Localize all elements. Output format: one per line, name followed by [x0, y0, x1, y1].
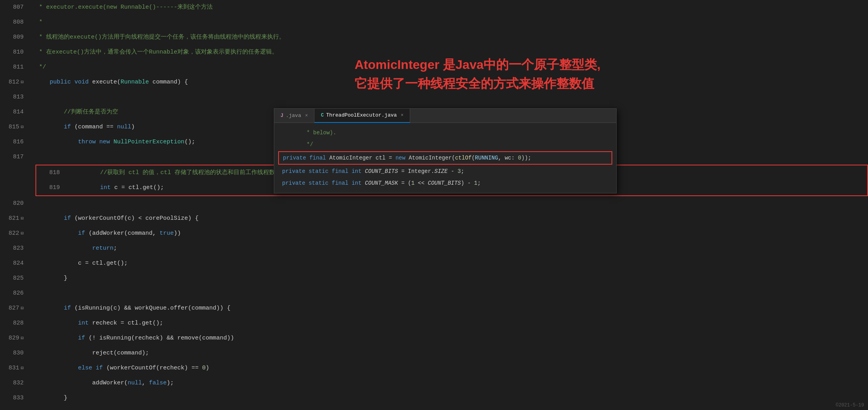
- line-number-810: 810: [0, 45, 32, 60]
- popup-line-count-mask: private static final int COUNT_MASK = (1…: [274, 177, 616, 189]
- line-content-832: addWorker(null, false);: [32, 376, 868, 391]
- line-number-807: 807: [0, 0, 32, 15]
- line-number-811: 811: [0, 60, 32, 75]
- editor-container: 807 * executor.execute(new Runnable()---…: [0, 0, 868, 410]
- code-line-809: 809 * 线程池的execute()方法用于向线程池提交一个任务，该任务将由线…: [0, 30, 868, 45]
- popup-tab-java-close[interactable]: ×: [305, 109, 308, 123]
- popup-tab-threadpool-label: ThreadPoolExecutor.java: [326, 108, 397, 122]
- popup-tabs: J .java × C ThreadPoolExecutor.java ×: [274, 109, 616, 123]
- line-number-821: 821: [0, 211, 32, 226]
- line-content-823: return;: [32, 241, 868, 256]
- line-number-828: 828: [0, 316, 32, 331]
- code-line-822: 822 if (addWorker(command, true)): [0, 226, 868, 241]
- line-content-821: if (workerCountOf(c) < corePoolSize) {: [32, 211, 868, 226]
- line-number-809: 809: [0, 30, 32, 45]
- line-content-829: if (! isRunning(recheck) && remove(comma…: [32, 331, 868, 346]
- line-content-831: else if (workerCountOf(recheck) == 0): [32, 361, 868, 376]
- popup-line-2: */: [274, 139, 616, 150]
- line-number-827: 827: [0, 301, 32, 316]
- line-content-824: c = ctl.get();: [32, 256, 868, 271]
- code-line-820: 820: [0, 196, 868, 211]
- line-number-816: 816: [0, 135, 32, 150]
- code-line-825: 825 }: [0, 271, 868, 286]
- line-number-813: 813: [0, 90, 32, 105]
- popup-line-1: * below).: [274, 127, 616, 139]
- line-number-825: 825: [0, 271, 32, 286]
- code-line-834: 834 else if (!addWorker(command, false)): [0, 406, 868, 410]
- line-content-825: }: [32, 271, 868, 286]
- popup-tab-threadpool[interactable]: C ThreadPoolExecutor.java ×: [314, 109, 410, 123]
- code-line-833: 833 }: [0, 391, 868, 406]
- code-line-821: 821 if (workerCountOf(c) < corePoolSize)…: [0, 211, 868, 226]
- popup-panel: J .java × C ThreadPoolExecutor.java × * …: [274, 108, 617, 193]
- line-number-832: 832: [0, 376, 32, 391]
- line-content-808: *: [32, 15, 868, 30]
- line-content-833: }: [32, 391, 868, 406]
- code-line-829: 829 if (! isRunning(recheck) && remove(c…: [0, 331, 868, 346]
- line-number-820: 820: [0, 196, 32, 211]
- popup-tab-java[interactable]: J .java ×: [274, 109, 314, 123]
- line-number-823: 823: [0, 241, 32, 256]
- line-number-834: 834: [0, 406, 32, 410]
- line-number-829: 829: [0, 331, 32, 346]
- code-line-830: 830 reject(command);: [0, 346, 868, 361]
- popup-boxed-line: private final AtomicInteger ctl = new At…: [278, 151, 612, 165]
- line-number-819: 819: [36, 180, 68, 195]
- line-number-808: 808: [0, 15, 32, 30]
- line-number-822: 822: [0, 226, 32, 241]
- code-line-824: 824 c = ctl.get();: [0, 256, 868, 271]
- threadpool-tab-icon: C: [321, 108, 323, 122]
- popup-line-count-bits: private static final int COUNT_BITS = In…: [274, 165, 616, 177]
- java-tab-icon: J: [281, 109, 283, 123]
- line-number-817: 817: [0, 150, 32, 165]
- line-number-818: 818: [36, 165, 68, 180]
- watermark: ©2021-5-19: [836, 403, 864, 408]
- line-number-833: 833: [0, 391, 32, 406]
- line-content-809: * 线程池的execute()方法用于向线程池提交一个任务，该任务将由线程池中的…: [32, 30, 868, 45]
- line-number-814: 814: [0, 105, 32, 120]
- code-line-807: 807 * executor.execute(new Runnable()---…: [0, 0, 868, 15]
- code-line-827: 827 if (isRunning(c) && workQueue.offer(…: [0, 301, 868, 316]
- line-content-822: if (addWorker(command, true)): [32, 226, 868, 241]
- popup-tab-java-label: .java: [286, 109, 301, 123]
- line-content-807: * executor.execute(new Runnable()------来…: [32, 0, 868, 15]
- line-number-815: 815: [0, 120, 32, 135]
- line-number-830: 830: [0, 346, 32, 361]
- line-content-834: else if (!addWorker(command, false)): [32, 406, 868, 410]
- line-number-812: 812: [0, 75, 32, 90]
- line-number-831: 831: [0, 361, 32, 376]
- code-line-808: 808 *: [0, 15, 868, 30]
- line-content-827: if (isRunning(c) && workQueue.offer(comm…: [32, 301, 868, 316]
- code-line-826: 826: [0, 286, 868, 301]
- code-line-832: 832 addWorker(null, false);: [0, 376, 868, 391]
- popup-content: * below). */private final AtomicInteger …: [274, 123, 616, 193]
- code-line-823: 823 return;: [0, 241, 868, 256]
- annotation-text: AtomicInteger 是Java中的一个原子整型类, 它提供了一种线程安全…: [355, 55, 600, 93]
- code-line-828: 828 int recheck = ctl.get();: [0, 316, 868, 331]
- line-content-830: reject(command);: [32, 346, 868, 361]
- line-content-828: int recheck = ctl.get();: [32, 316, 868, 331]
- code-line-831: 831 else if (workerCountOf(recheck) == 0…: [0, 361, 868, 376]
- popup-tab-threadpool-close[interactable]: ×: [401, 108, 403, 122]
- line-number-826: 826: [0, 286, 32, 301]
- line-number-824: 824: [0, 256, 32, 271]
